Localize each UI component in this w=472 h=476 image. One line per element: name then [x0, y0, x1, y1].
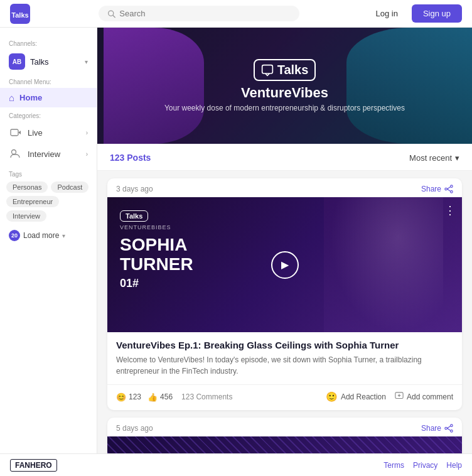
- sidebar-item-home[interactable]: ⌂ Home: [0, 88, 97, 107]
- search-bar[interactable]: [99, 6, 299, 21]
- svg-point-10: [445, 188, 448, 190]
- reaction-1-count: 123: [129, 392, 141, 401]
- add-reaction-button[interactable]: 🙂 Add Reaction: [326, 391, 386, 403]
- reaction-1[interactable]: 😊 123: [116, 392, 141, 402]
- preview-share-button[interactable]: Share: [421, 424, 453, 433]
- preview-share-icon: [444, 424, 453, 433]
- sort-label: Most recent: [409, 153, 452, 163]
- signup-button[interactable]: Sign up: [412, 4, 462, 23]
- posts-count: 123 Posts: [110, 153, 151, 163]
- load-more-label: Load more: [23, 231, 59, 240]
- talks-chat-icon: [261, 64, 274, 77]
- post-title: VentureVibes Ep.1: Breaking Glass Ceilin…: [116, 340, 453, 350]
- preview-time: 5 days ago: [116, 424, 153, 433]
- channel-menu-label: Channel Menu:: [0, 73, 97, 88]
- main-content: Talks VentureVibes Your weekly dose of m…: [97, 28, 472, 453]
- preview-thumbnail[interactable]: [107, 436, 462, 453]
- post-card: 3 days ago Share: [107, 178, 462, 410]
- thumbnail-channel: VENTUREBIBES: [120, 224, 193, 230]
- interview-icon: [9, 147, 23, 161]
- thumbnail-content: Talks VENTUREBIBES SOPHIATURNER 01#: [120, 210, 193, 290]
- post-description: Welcome to VentureVibes! In today's epis…: [116, 354, 453, 377]
- sort-chevron-icon: ▾: [455, 153, 459, 163]
- posts-list: 3 days ago Share: [97, 171, 472, 453]
- svg-point-17: [451, 430, 453, 433]
- home-icon: ⌂: [9, 92, 14, 103]
- post-card-header: 3 days ago Share: [107, 178, 462, 197]
- load-more-badge: 20: [9, 230, 20, 241]
- chevron-right-icon: ›: [86, 129, 88, 136]
- hero-subtitle: Your weekly dose of modern entrepreneurs…: [164, 104, 405, 112]
- tag-personas[interactable]: Personas: [6, 181, 48, 193]
- tag-entrepreneur[interactable]: Entrepreneur: [6, 196, 59, 207]
- hero-logo-box: Talks: [254, 59, 316, 81]
- emoji-thumbsup: 👍: [148, 392, 158, 402]
- add-reaction-label: Add Reaction: [341, 392, 386, 401]
- play-button[interactable]: ▶: [271, 251, 299, 279]
- hero-logo: Talks: [164, 59, 405, 81]
- live-label: Live: [28, 128, 81, 138]
- channel-avatar: AB: [9, 53, 25, 70]
- talks-logo-icon: Talks: [10, 4, 30, 24]
- post-time: 3 days ago: [116, 185, 153, 193]
- add-comment-button[interactable]: Add comment: [395, 392, 453, 403]
- sort-selector[interactable]: Most recent ▾: [409, 153, 459, 163]
- svg-rect-7: [262, 65, 272, 73]
- add-comment-label: Add comment: [407, 392, 453, 401]
- svg-point-6: [12, 150, 16, 154]
- fanhero-logo: FANHERO: [10, 459, 57, 472]
- login-button[interactable]: Log in: [368, 5, 405, 22]
- channel-name: Talks: [30, 57, 80, 67]
- chevron-down-icon: ▾: [85, 58, 88, 65]
- preview-share-label: Share: [421, 424, 441, 433]
- posts-header: 123 Posts Most recent ▾: [97, 144, 472, 171]
- smiley-add-icon: 🙂: [326, 391, 338, 403]
- svg-point-18: [445, 427, 448, 430]
- share-icon: [444, 185, 453, 193]
- home-label: Home: [19, 93, 42, 102]
- emoji-smiley: 😊: [116, 392, 126, 402]
- hero-banner: Talks VentureVibes Your weekly dose of m…: [97, 28, 472, 144]
- terms-link[interactable]: Terms: [384, 461, 404, 470]
- load-more-button[interactable]: 20 Load more ▾: [0, 225, 97, 246]
- svg-point-8: [451, 185, 453, 188]
- svg-line-12: [447, 189, 450, 192]
- more-options-button[interactable]: ⋮: [444, 203, 456, 217]
- share-label: Share: [421, 185, 441, 193]
- svg-text:Talks: Talks: [11, 11, 28, 19]
- footer-actions: 🙂 Add Reaction Add comme: [326, 391, 453, 403]
- comment-add-icon: [395, 392, 404, 403]
- nav-actions: Log in Sign up: [368, 4, 462, 23]
- interview-label: Interview: [28, 149, 81, 159]
- share-button[interactable]: Share: [421, 185, 453, 193]
- hero-channel-name: VentureVibes: [164, 85, 405, 101]
- chevron-right-icon-2: ›: [86, 151, 88, 158]
- svg-rect-4: [11, 129, 18, 136]
- bottom-bar: FANHERO Terms Privacy Help: [0, 453, 472, 476]
- reaction-2[interactable]: 👍 456: [148, 392, 173, 402]
- sidebar: Channels: AB Talks ▾ Channel Menu: ⌂ Hom…: [0, 28, 97, 453]
- sidebar-item-interview[interactable]: Interview ›: [0, 143, 97, 165]
- tag-podcast[interactable]: Podcast: [51, 181, 88, 193]
- preview-header: 5 days ago Share: [107, 418, 462, 436]
- tag-interview[interactable]: Interview: [6, 210, 46, 222]
- post-card-preview: 5 days ago Share: [107, 418, 462, 453]
- live-icon: [9, 126, 23, 139]
- svg-line-3: [113, 15, 115, 17]
- svg-line-11: [447, 187, 450, 190]
- svg-point-9: [451, 191, 453, 193]
- privacy-link[interactable]: Privacy: [413, 461, 437, 470]
- channel-item[interactable]: AB Talks ▾: [0, 50, 97, 73]
- search-input[interactable]: [119, 9, 291, 18]
- thumbnail-ep: 01#: [120, 277, 193, 290]
- logo: Talks: [10, 4, 30, 24]
- post-thumbnail[interactable]: Talks VENTUREBIBES SOPHIATURNER 01# ▶ ⋮: [107, 197, 462, 332]
- sidebar-item-live[interactable]: Live ›: [0, 122, 97, 143]
- footer-links: Terms Privacy Help: [384, 461, 462, 470]
- tags-label: Tags: [0, 165, 97, 181]
- help-link[interactable]: Help: [446, 461, 462, 470]
- post-footer: 😊 123 👍 456 123 Comments 🙂 Add Reaction: [107, 384, 462, 410]
- tags-row: Personas Podcast Entrepreneur Interview: [0, 181, 97, 225]
- channels-label: Channels:: [0, 35, 97, 50]
- top-nav: Talks Log in Sign up: [0, 0, 472, 28]
